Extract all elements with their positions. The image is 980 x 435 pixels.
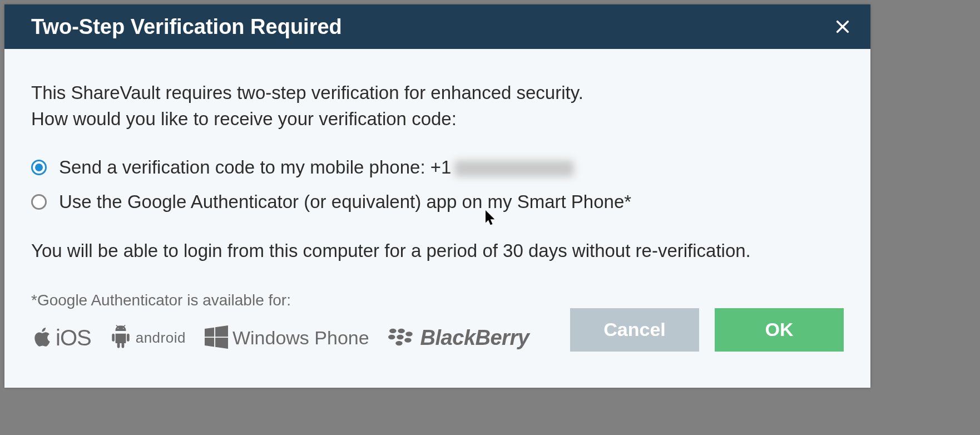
close-icon[interactable] [830, 14, 855, 39]
platforms-block: *Google Authenticator is available for: … [31, 291, 559, 352]
authenticator-footnote: *Google Authenticator is available for: [31, 291, 559, 309]
apple-icon [31, 325, 51, 351]
svg-point-8 [395, 341, 403, 345]
svg-point-2 [389, 328, 397, 333]
blackberry-icon [388, 328, 416, 349]
phone-number-redacted [454, 160, 574, 177]
sms-label-prefix: Send a verification code to my mobile ph… [59, 157, 430, 177]
phone-prefix: +1 [430, 157, 452, 177]
retention-text: You will be able to login from this comp… [31, 240, 844, 261]
svg-point-3 [398, 328, 405, 333]
android-icon [110, 325, 131, 352]
two-step-verification-dialog: Two-Step Verification Required This Shar… [4, 4, 870, 388]
radio-authenticator[interactable] [31, 194, 47, 210]
dialog-title: Two-Step Verification Required [31, 15, 342, 39]
intro-line-1: This ShareVault requires two-step verifi… [31, 80, 844, 106]
platform-blackberry-label: BlackBerry [420, 326, 529, 350]
radio-sms[interactable] [31, 160, 47, 175]
svg-point-7 [404, 338, 412, 342]
platforms-list: iOS android [31, 325, 559, 352]
dialog-body: This ShareVault requires two-step verifi… [4, 49, 870, 363]
option-authenticator-label: Use the Google Authenticator (or equival… [59, 191, 631, 212]
platform-android-label: android [136, 329, 186, 347]
ok-button[interactable]: OK [715, 308, 844, 352]
intro-text: This ShareVault requires two-step verifi… [31, 80, 844, 132]
dialog-footer: *Google Authenticator is available for: … [31, 291, 844, 352]
platform-ios-label: iOS [56, 325, 91, 350]
platform-windows-phone: Windows Phone [205, 325, 369, 351]
svg-point-5 [397, 335, 404, 339]
platform-blackberry: BlackBerry [388, 326, 529, 350]
windows-icon [205, 325, 228, 351]
platform-ios: iOS [31, 325, 91, 351]
cancel-button[interactable]: Cancel [570, 308, 699, 352]
dialog-header: Two-Step Verification Required [4, 4, 870, 49]
platform-android: android [110, 325, 186, 352]
platform-windows-phone-label: Windows Phone [232, 327, 369, 349]
dialog-buttons: Cancel OK [570, 308, 844, 352]
svg-point-6 [405, 332, 413, 336]
option-sms-label: Send a verification code to my mobile ph… [59, 157, 574, 178]
option-sms[interactable]: Send a verification code to my mobile ph… [31, 157, 844, 178]
intro-line-2: How would you like to receive your verif… [31, 106, 844, 132]
svg-point-4 [388, 335, 395, 339]
option-authenticator[interactable]: Use the Google Authenticator (or equival… [31, 191, 844, 212]
verification-options: Send a verification code to my mobile ph… [31, 157, 844, 212]
